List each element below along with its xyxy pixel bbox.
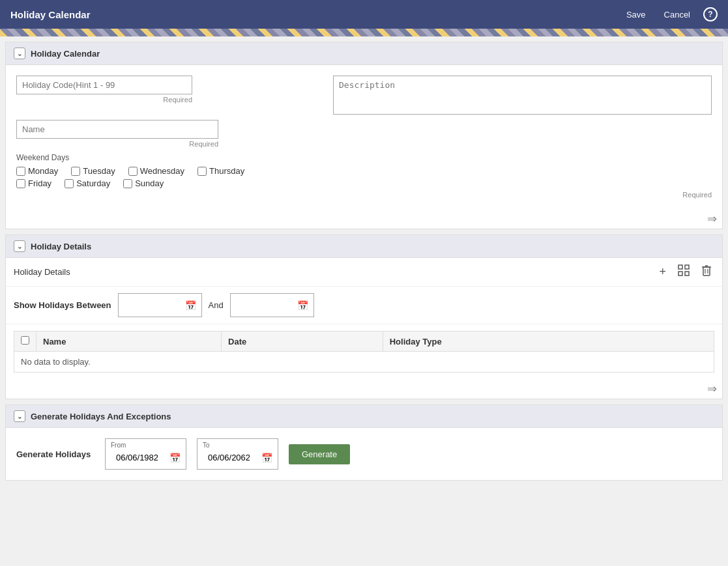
trash-icon xyxy=(701,264,712,276)
description-field-group xyxy=(333,76,712,115)
add-holiday-button[interactable]: + xyxy=(656,264,669,280)
holiday-calendar-section-body: Required Required Weekend Days xyxy=(6,65,722,209)
generate-section: ⌄ Generate Holidays And Exceptions Gener… xyxy=(5,404,723,481)
to-date-input[interactable] xyxy=(236,296,295,314)
gen-to-input[interactable] xyxy=(203,449,255,466)
from-date-wrap: 📅 xyxy=(118,293,202,317)
holiday-details-toolbar-label: Holiday Details xyxy=(14,267,70,277)
checkbox-row-2: Friday Saturday Sunday xyxy=(16,178,712,188)
holiday-calendar-section: ⌄ Holiday Calendar Required Required xyxy=(5,42,723,229)
gen-from-calendar-icon[interactable]: 📅 xyxy=(169,453,181,463)
saturday-checkbox[interactable] xyxy=(65,179,74,188)
app-header: Holiday Calendar Save Cancel ? xyxy=(0,0,728,29)
save-button[interactable]: Save xyxy=(621,7,651,22)
gen-to-wrap: To 📅 xyxy=(197,438,278,470)
friday-checkbox[interactable] xyxy=(16,179,25,188)
main-content: ⌄ Holiday Calendar Required Required xyxy=(0,36,728,566)
sunday-checkbox[interactable] xyxy=(123,179,132,188)
wednesday-label: Wednesday xyxy=(140,166,184,176)
monday-checkbox[interactable] xyxy=(16,167,25,176)
weekend-days-section: Weekend Days Monday Tuesday Wednesday xyxy=(16,153,712,199)
holiday-calendar-nav-arrow: ⇒ xyxy=(6,209,722,229)
holiday-details-toolbar-actions: + xyxy=(656,263,714,281)
header-actions: Save Cancel ? xyxy=(621,7,718,22)
filter-row: Show Holidays Between 📅 And 📅 xyxy=(6,287,722,324)
holiday-details-toggle[interactable]: ⌄ xyxy=(14,240,25,252)
name-input[interactable] xyxy=(16,120,218,139)
friday-label: Friday xyxy=(28,178,51,188)
header-stripe xyxy=(0,29,728,36)
cancel-button[interactable]: Cancel xyxy=(659,7,695,22)
holiday-code-description-row: Required xyxy=(16,76,712,115)
holiday-calendar-section-header: ⌄ Holiday Calendar xyxy=(6,42,722,65)
holiday-table: Name Date Holiday Type No data to displa… xyxy=(14,331,714,373)
sunday-checkbox-item[interactable]: Sunday xyxy=(123,178,164,188)
holiday-code-field-group: Required xyxy=(16,76,192,104)
to-calendar-icon[interactable]: 📅 xyxy=(297,300,308,311)
no-data-cell: No data to display. xyxy=(14,352,714,373)
name-field-group: Required xyxy=(16,120,218,148)
gen-from-input[interactable] xyxy=(111,449,163,466)
checkbox-row-1: Monday Tuesday Wednesday Thursday xyxy=(16,166,712,176)
holiday-calendar-section-title: Holiday Calendar xyxy=(31,49,100,59)
holiday-details-section-header: ⌄ Holiday Details xyxy=(6,235,722,258)
holiday-table-wrap: Name Date Holiday Type No data to displa… xyxy=(6,324,722,379)
svg-rect-0 xyxy=(678,265,682,269)
svg-rect-3 xyxy=(685,272,689,276)
svg-rect-4 xyxy=(703,267,710,276)
holiday-code-required: Required xyxy=(16,96,192,104)
saturday-label: Saturday xyxy=(76,178,110,188)
gen-from-inner: 📅 xyxy=(111,449,181,466)
name-col-header: Name xyxy=(36,332,222,352)
holiday-details-section: ⌄ Holiday Details Holiday Details + xyxy=(5,234,723,399)
select-all-col xyxy=(14,332,36,352)
help-button[interactable]: ? xyxy=(703,7,718,21)
monday-label: Monday xyxy=(28,166,58,176)
no-data-row: No data to display. xyxy=(14,352,714,373)
from-calendar-icon[interactable]: 📅 xyxy=(185,300,196,311)
gen-to-calendar-icon[interactable]: 📅 xyxy=(261,453,272,463)
and-label: And xyxy=(209,300,224,310)
weekend-required: Required xyxy=(16,191,712,199)
wednesday-checkbox[interactable] xyxy=(128,167,138,176)
description-input[interactable] xyxy=(333,76,712,115)
delete-holiday-button[interactable] xyxy=(699,263,714,281)
thursday-label: Thursday xyxy=(209,166,244,176)
svg-rect-2 xyxy=(678,272,682,276)
holiday-type-col-header: Holiday Type xyxy=(383,332,714,352)
app-title: Holiday Calendar xyxy=(10,9,91,20)
sunday-label: Sunday xyxy=(135,178,164,188)
holiday-code-input[interactable] xyxy=(16,76,192,94)
svg-rect-1 xyxy=(685,265,689,269)
weekend-days-label: Weekend Days xyxy=(16,153,712,162)
to-date-wrap: 📅 xyxy=(230,293,314,317)
generate-toggle[interactable]: ⌄ xyxy=(14,410,25,422)
holiday-details-toolbar: Holiday Details + xyxy=(6,258,722,287)
grid-view-button[interactable] xyxy=(675,263,692,281)
generate-section-title: Generate Holidays And Exceptions xyxy=(31,412,171,421)
generate-button[interactable]: Generate xyxy=(289,444,350,464)
grid-icon xyxy=(678,264,690,276)
show-between-label: Show Holidays Between xyxy=(14,300,111,310)
holiday-details-section-title: Holiday Details xyxy=(31,242,91,251)
select-all-checkbox[interactable] xyxy=(21,336,29,345)
gen-to-inner: 📅 xyxy=(203,449,272,466)
tuesday-checkbox[interactable] xyxy=(71,167,80,176)
generate-section-body: Generate Holidays From 📅 To 📅 Generate xyxy=(6,428,722,480)
friday-checkbox-item[interactable]: Friday xyxy=(16,178,51,188)
wednesday-checkbox-item[interactable]: Wednesday xyxy=(128,166,184,176)
holiday-calendar-toggle[interactable]: ⌄ xyxy=(14,48,25,59)
monday-checkbox-item[interactable]: Monday xyxy=(16,166,58,176)
from-date-input[interactable] xyxy=(124,296,182,314)
holiday-details-nav-arrow: ⇒ xyxy=(6,379,722,399)
thursday-checkbox[interactable] xyxy=(197,167,207,176)
gen-from-label: From xyxy=(111,442,181,449)
generate-holidays-label: Generate Holidays xyxy=(16,449,95,459)
tuesday-checkbox-item[interactable]: Tuesday xyxy=(71,166,115,176)
saturday-checkbox-item[interactable]: Saturday xyxy=(65,178,110,188)
gen-from-wrap: From 📅 xyxy=(105,438,186,470)
name-required: Required xyxy=(16,140,218,148)
thursday-checkbox-item[interactable]: Thursday xyxy=(197,166,244,176)
date-col-header: Date xyxy=(222,332,383,352)
table-header-row: Name Date Holiday Type xyxy=(14,332,714,352)
